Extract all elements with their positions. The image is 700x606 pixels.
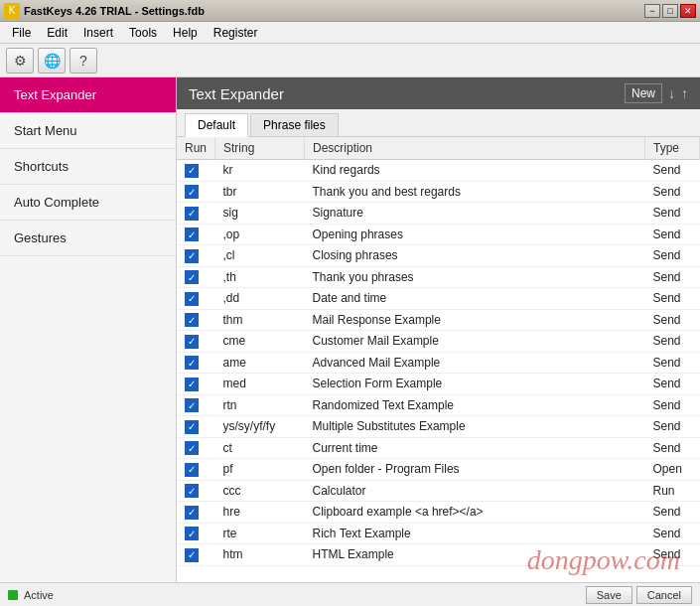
run-checkbox-5[interactable] <box>185 270 199 284</box>
web-button[interactable]: 🌐 <box>38 48 66 74</box>
table-row: ameAdvanced Mail ExampleSend <box>177 352 700 374</box>
menu-item-help[interactable]: Help <box>165 24 206 42</box>
run-checkbox-6[interactable] <box>185 292 199 306</box>
close-button[interactable]: ✕ <box>680 4 696 18</box>
run-checkbox-11[interactable] <box>185 398 199 412</box>
description-cell: Rich Text Example <box>305 523 645 544</box>
help-button[interactable]: ? <box>70 48 97 74</box>
description-cell: Signature <box>305 203 645 225</box>
type-cell: Open <box>645 459 700 481</box>
arrow-up-icon[interactable]: ↑ <box>681 85 688 101</box>
type-cell: Send <box>645 309 700 331</box>
run-checkbox-15[interactable] <box>185 484 199 498</box>
sidebar-item-2[interactable]: Shortcuts <box>0 149 176 185</box>
description-cell: Selection Form Example <box>305 374 645 395</box>
run-checkbox-1[interactable] <box>185 185 199 199</box>
run-checkbox-4[interactable] <box>185 249 199 263</box>
run-checkbox-16[interactable] <box>185 506 199 520</box>
string-cell: ,cl <box>215 245 305 267</box>
run-checkbox-18[interactable] <box>185 548 199 562</box>
description-cell: Thank you and best regards <box>305 181 645 203</box>
data-table: Run String Description Type krKind regar… <box>177 137 700 566</box>
sidebar-item-0[interactable]: Text Expander <box>0 77 176 113</box>
table-row: ys/sy/yf/fyMultiple Substitutes ExampleS… <box>177 416 700 438</box>
string-cell: ys/sy/yf/fy <box>215 416 305 438</box>
tab-0[interactable]: Default <box>185 113 248 137</box>
description-cell: Open folder - Program Files <box>305 459 645 481</box>
maximize-button[interactable]: □ <box>662 4 678 18</box>
menu-item-insert[interactable]: Insert <box>75 24 121 42</box>
type-cell: Send <box>645 203 700 225</box>
type-cell: Send <box>645 245 700 267</box>
table-row: medSelection Form ExampleSend <box>177 374 700 395</box>
table-row: tbrThank you and best regardsSend <box>177 181 700 203</box>
string-cell: htm <box>215 544 305 566</box>
save-button[interactable]: Save <box>586 586 632 604</box>
type-cell: Send <box>645 288 700 310</box>
run-checkbox-10[interactable] <box>185 378 199 391</box>
run-checkbox-9[interactable] <box>185 356 199 370</box>
run-checkbox-12[interactable] <box>185 420 199 434</box>
description-cell: Clipboard example <a href></a> <box>305 502 645 524</box>
string-cell: ame <box>215 352 305 374</box>
header-run: Run <box>177 137 215 160</box>
string-cell: hre <box>215 502 305 524</box>
header-string: String <box>215 137 305 160</box>
title-bar: K FastKeys 4.26 TRIAL - Settings.fdb − □… <box>0 0 700 22</box>
string-cell: ,op <box>215 224 305 245</box>
arrow-down-icon[interactable]: ↓ <box>668 85 675 101</box>
description-cell: Kind regards <box>305 160 645 182</box>
type-cell: Send <box>645 331 700 353</box>
run-checkbox-0[interactable] <box>185 164 199 178</box>
menu-item-file[interactable]: File <box>4 24 39 42</box>
menu-item-tools[interactable]: Tools <box>121 24 165 42</box>
description-cell: Date and time <box>305 288 645 310</box>
tab-1[interactable]: Phrase files <box>250 113 339 136</box>
type-cell: Send <box>645 544 700 566</box>
status-indicator <box>8 590 18 600</box>
run-checkbox-2[interactable] <box>185 207 199 221</box>
main-layout: Text ExpanderStart MenuShortcutsAuto Com… <box>0 77 700 582</box>
string-cell: ,th <box>215 266 305 288</box>
description-cell: Thank you phrases <box>305 266 645 288</box>
new-button[interactable]: New <box>625 83 662 103</box>
run-checkbox-7[interactable] <box>185 313 199 327</box>
table-row: hreClipboard example <a href></a>Send <box>177 502 700 524</box>
toolbar: ⚙ 🌐 ? <box>0 44 700 77</box>
table-row: krKind regardsSend <box>177 160 700 182</box>
menu-item-edit[interactable]: Edit <box>39 24 75 42</box>
run-checkbox-13[interactable] <box>185 441 199 455</box>
sidebar-item-1[interactable]: Start Menu <box>0 113 176 149</box>
settings-button[interactable]: ⚙ <box>6 48 34 74</box>
cancel-button[interactable]: Cancel <box>636 586 692 604</box>
run-checkbox-17[interactable] <box>185 527 199 540</box>
string-cell: tbr <box>215 181 305 203</box>
table-row: cmeCustomer Mail ExampleSend <box>177 331 700 353</box>
title-bar-text: FastKeys 4.26 TRIAL - Settings.fdb <box>24 5 205 17</box>
sidebar-item-4[interactable]: Gestures <box>0 221 176 256</box>
sidebar-item-3[interactable]: Auto Complete <box>0 185 176 221</box>
type-cell: Send <box>645 160 700 182</box>
table-row: sigSignatureSend <box>177 203 700 225</box>
table-row: rtnRandomized Text ExampleSend <box>177 394 700 416</box>
content-title: Text Expander <box>189 85 284 102</box>
content-header: Text Expander New ↓ ↑ <box>177 77 700 109</box>
minimize-button[interactable]: − <box>644 4 660 18</box>
string-cell: thm <box>215 309 305 331</box>
string-cell: cme <box>215 331 305 353</box>
string-cell: ccc <box>215 480 305 502</box>
run-checkbox-14[interactable] <box>185 463 199 477</box>
table-row: rteRich Text ExampleSend <box>177 523 700 544</box>
run-checkbox-3[interactable] <box>185 227 199 241</box>
tabs: DefaultPhrase files <box>177 109 700 137</box>
description-cell: Opening phrases <box>305 224 645 245</box>
run-checkbox-8[interactable] <box>185 335 199 349</box>
string-cell: rtn <box>215 394 305 416</box>
type-cell: Send <box>645 394 700 416</box>
string-cell: kr <box>215 160 305 182</box>
type-cell: Send <box>645 502 700 524</box>
string-cell: ct <box>215 437 305 459</box>
type-cell: Send <box>645 374 700 395</box>
menu-item-register[interactable]: Register <box>206 24 266 42</box>
header-type: Type <box>645 137 700 160</box>
